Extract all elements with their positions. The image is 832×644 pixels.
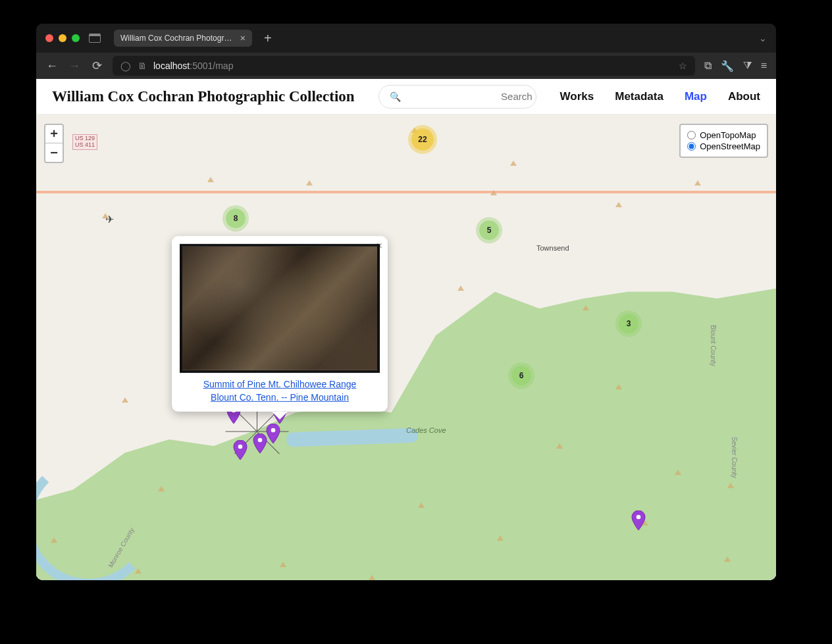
tab-title: William Cox Cochran Photographic C bbox=[120, 34, 235, 43]
main-nav: Works Metadata Map About bbox=[560, 90, 760, 103]
site-title[interactable]: William Cox Cochran Photographic Collect… bbox=[52, 88, 355, 105]
pocket-icon[interactable]: ⧉ bbox=[704, 60, 712, 72]
search-input[interactable] bbox=[407, 91, 533, 102]
nav-works[interactable]: Works bbox=[560, 90, 594, 103]
cluster-marker-3[interactable]: 3 bbox=[619, 314, 638, 334]
address-bar[interactable]: ◯ 🗎 localhost:5001/map ☆ bbox=[113, 56, 695, 76]
layer-switcher[interactable]: OpenTopoMap OpenStreetMap bbox=[679, 124, 768, 158]
page-info-icon[interactable]: 🗎 bbox=[138, 61, 147, 71]
route-sign-us129: US 129 US 411 bbox=[72, 134, 97, 150]
airplane-icon: ✈ bbox=[102, 213, 109, 218]
popup-thumbnail[interactable] bbox=[180, 244, 380, 373]
layer-option-osm[interactable]: OpenStreetMap bbox=[687, 141, 760, 151]
cluster-marker-8[interactable]: 8 bbox=[226, 209, 246, 228]
nav-metadata[interactable]: Metadata bbox=[615, 90, 663, 103]
search-field[interactable]: 🔍 bbox=[378, 85, 536, 109]
layer-label-osm: OpenStreetMap bbox=[700, 141, 760, 151]
extensions-icon[interactable]: ⧩ bbox=[743, 60, 752, 72]
menu-icon[interactable]: ≡ bbox=[761, 60, 767, 72]
map-label-townsend: Townsend bbox=[536, 244, 569, 252]
map-tiles: Townsend Cades Cove Blount County Sevier… bbox=[36, 114, 776, 580]
svg-point-4 bbox=[258, 438, 263, 443]
map-popup: × Summit of Pine Mt. Chilhowee Range Blo… bbox=[172, 236, 388, 412]
svg-point-3 bbox=[238, 445, 243, 449]
search-icon: 🔍 bbox=[390, 91, 401, 102]
popup-title-link[interactable]: Summit of Pine Mt. Chilhowee Range Bloun… bbox=[180, 378, 380, 404]
svg-point-5 bbox=[637, 515, 641, 520]
new-tab-button[interactable]: + bbox=[264, 32, 272, 45]
tab-close-icon[interactable]: × bbox=[240, 34, 246, 43]
layer-radio-opentopo[interactable] bbox=[687, 131, 696, 139]
minimize-window-button[interactable] bbox=[59, 34, 66, 42]
svg-point-2 bbox=[271, 428, 276, 433]
map-label-cades-cove: Cades Cove bbox=[406, 426, 446, 434]
zoom-out-button[interactable]: − bbox=[45, 143, 63, 162]
map-label-blount-county: Blount County bbox=[710, 325, 717, 366]
map-pin[interactable] bbox=[233, 440, 247, 460]
cluster-marker-22[interactable]: 22 bbox=[411, 128, 434, 151]
tabs-dropdown-icon[interactable]: ⌄ bbox=[759, 33, 767, 43]
zoom-control: + − bbox=[44, 124, 64, 163]
page-content: William Cox Cochran Photographic Collect… bbox=[36, 79, 776, 580]
cluster-marker-6[interactable]: 6 bbox=[511, 366, 531, 385]
map-label-sevier-county: Sevier County bbox=[731, 437, 738, 478]
cluster-marker-5[interactable]: 5 bbox=[479, 220, 499, 240]
reload-button[interactable]: ⟳ bbox=[90, 59, 103, 73]
close-window-button[interactable] bbox=[45, 34, 53, 42]
layer-label-opentopo: OpenTopoMap bbox=[700, 130, 756, 140]
layer-radio-osm[interactable] bbox=[687, 142, 696, 151]
url-host: localhost:5001/map bbox=[153, 61, 233, 71]
window-titlebar: William Cox Cochran Photographic C × + ⌄ bbox=[36, 24, 776, 53]
bookmark-star-icon[interactable]: ☆ bbox=[679, 61, 687, 71]
map-viewport[interactable]: Townsend Cades Cove Blount County Sevier… bbox=[36, 114, 776, 580]
nav-map[interactable]: Map bbox=[685, 90, 707, 103]
devtools-icon[interactable]: 🔧 bbox=[721, 60, 734, 72]
tab-overview-icon[interactable] bbox=[89, 34, 101, 43]
browser-tab[interactable]: William Cox Cochran Photographic C × bbox=[114, 30, 252, 47]
window-controls bbox=[45, 34, 80, 42]
browser-window: William Cox Cochran Photographic C × + ⌄… bbox=[36, 24, 776, 580]
shield-icon: ◯ bbox=[120, 61, 131, 71]
nav-about[interactable]: About bbox=[728, 90, 760, 103]
zoom-in-button[interactable]: + bbox=[45, 125, 63, 143]
forward-button[interactable]: → bbox=[68, 59, 81, 73]
map-pin[interactable] bbox=[253, 433, 267, 453]
map-pin[interactable] bbox=[631, 510, 646, 530]
maximize-window-button[interactable] bbox=[72, 34, 80, 42]
map-pin[interactable] bbox=[266, 424, 280, 443]
site-header: William Cox Cochran Photographic Collect… bbox=[36, 79, 776, 114]
back-button[interactable]: ← bbox=[45, 59, 59, 73]
layer-option-opentopo[interactable]: OpenTopoMap bbox=[687, 130, 760, 140]
url-toolbar: ← → ⟳ ◯ 🗎 localhost:5001/map ☆ ⧉ 🔧 ⧩ ≡ bbox=[36, 53, 776, 79]
